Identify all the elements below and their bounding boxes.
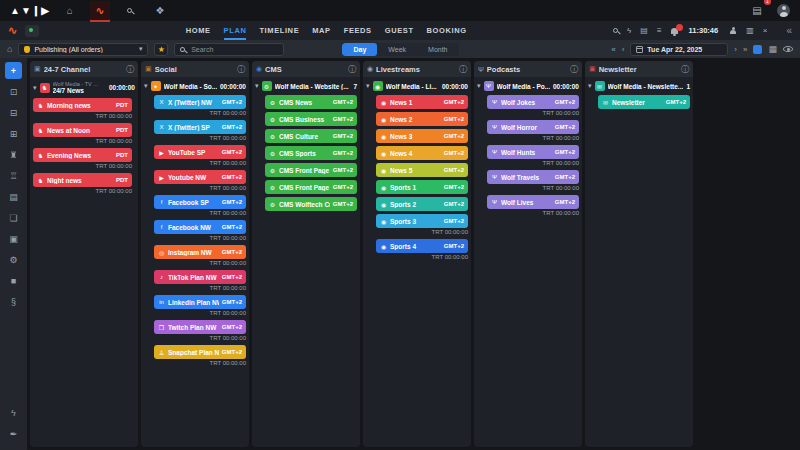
group-header[interactable]: ▾ ◉ Wolf Media - Li... 00:00:00 [363, 77, 471, 94]
info-icon[interactable]: ⓘ [237, 64, 245, 75]
nav-item-booking[interactable]: BOOKING [427, 22, 467, 40]
schedule-card[interactable]: ◉News 2GMT+2 [376, 112, 468, 126]
schedule-card[interactable]: XX (Twitter) SPGMT+2 [154, 120, 246, 134]
status-button[interactable] [25, 25, 39, 37]
chevron-down-icon[interactable]: ▾ [33, 84, 37, 92]
schedule-card[interactable]: ⚙CMS Front Page ...GMT+2 [265, 180, 357, 194]
inbox-button[interactable]: ▤ 1 [747, 1, 767, 21]
schedule-card[interactable]: ♞News at NoonPDT [33, 123, 132, 137]
schedule-card[interactable]: ▶Youtube NWGMT+2 [154, 170, 246, 184]
add-user-icon[interactable] [729, 27, 737, 35]
group-header[interactable]: ▾ ✦ Wolf Media - So... 00:00:00 [141, 77, 249, 94]
schedule-card[interactable]: XX (Twitter) NWGMT+2 [154, 95, 246, 109]
schedule-card[interactable]: ⚙CMS SportsGMT+2 [265, 146, 357, 160]
info-icon[interactable]: ⓘ [570, 64, 578, 75]
schedule-card[interactable]: ΨWolf TravelsGMT+2 [487, 170, 579, 184]
prev-day-button[interactable]: ‹ [622, 45, 625, 54]
schedule-card[interactable]: ΨWolf LivesGMT+2 [487, 195, 579, 209]
nav-item-plan[interactable]: PLAN [224, 22, 247, 40]
last-day-button[interactable]: » [743, 45, 747, 54]
first-day-button[interactable]: « [611, 45, 615, 54]
schedule-card[interactable]: ◉News 3GMT+2 [376, 129, 468, 143]
chevron-down-icon[interactable]: ▾ [588, 82, 592, 90]
schedule-card[interactable]: ΨWolf HuntsGMT+2 [487, 145, 579, 159]
schedule-card[interactable]: ❒Twitch Plan NWGMT+2 [154, 320, 246, 334]
group-header[interactable]: ▾ Ψ Wolf Media - Po... 00:00:00 [474, 77, 582, 94]
schedule-card[interactable]: ♞Morning newsPDT [33, 98, 132, 112]
monitor-icon[interactable]: ⊟ [5, 104, 22, 121]
search-tab[interactable] [120, 1, 140, 21]
group-header[interactable]: ▾ ⚙ Wolf Media - Website (... 7 [252, 77, 360, 94]
nav-item-feeds[interactable]: FEEDS [344, 22, 372, 40]
avatar[interactable] [777, 4, 790, 17]
next-day-button[interactable]: › [734, 45, 737, 54]
schedule-card[interactable]: ⚙CMS BusinessGMT+2 [265, 112, 357, 126]
search-icon[interactable] [613, 28, 618, 33]
schedule-card[interactable]: ◉Sports 1GMT+2 [376, 180, 468, 194]
image-icon[interactable]: ▤ [640, 26, 648, 35]
schedule-card[interactable]: ⚙CMS CultureGMT+2 [265, 129, 357, 143]
date-picker[interactable]: Tue Apr 22, 2025 [630, 43, 728, 56]
chevron-down-icon[interactable]: ▾ [255, 82, 259, 90]
pin-icon[interactable]: ✒ [5, 425, 22, 442]
nav-item-map[interactable]: MAP [312, 22, 330, 40]
collapse-panel-icon[interactable]: « [786, 25, 792, 36]
info-icon[interactable]: ⓘ [459, 64, 467, 75]
favorite-button[interactable]: ★ [154, 43, 168, 56]
view-button-day[interactable]: Day [342, 43, 377, 56]
group-header[interactable]: ▾ ✉ Wolf Media - Newslette... 1 [585, 77, 693, 94]
schedule-card[interactable]: fFacebook NWGMT+2 [154, 220, 246, 234]
schedule-card[interactable]: ◉Sports 3GMT+2 [376, 214, 468, 228]
chevron-down-icon[interactable]: ▾ [144, 82, 148, 90]
schedule-card[interactable]: ⚙CMS Wolftech Cu...GMT+2 [265, 197, 357, 211]
search-input[interactable] [189, 45, 278, 54]
lightning-icon[interactable]: ϟ [5, 404, 22, 421]
home-icon[interactable]: ⌂ [7, 44, 12, 54]
bell-icon[interactable] [671, 28, 678, 34]
media-folder-icon[interactable]: ❏ [5, 209, 22, 226]
lightning-icon[interactable]: ϟ [627, 26, 631, 35]
info-icon[interactable]: ⓘ [681, 64, 689, 75]
publishing-filter-dropdown[interactable]: Publishing (All orders) ▾ [18, 43, 148, 56]
info-icon[interactable]: ⓘ [126, 64, 134, 75]
schedule-card[interactable]: ΨWolf HorrorGMT+2 [487, 120, 579, 134]
chevron-down-icon[interactable]: ▾ [366, 82, 370, 90]
schedule-card[interactable]: ◎Instagram NWGMT+2 [154, 245, 246, 259]
schedule-card[interactable]: inLinkedin Plan NWGMT+2 [154, 295, 246, 309]
schedule-card[interactable]: ✉NewsletterGMT+2 [598, 95, 690, 109]
schedule-card[interactable]: ⚙CMS Front Page ...GMT+2 [265, 163, 357, 177]
screen-export-icon[interactable]: ⊞ [5, 125, 22, 142]
stop-icon[interactable]: ■ [5, 272, 22, 289]
chevron-down-icon[interactable]: ▾ [477, 82, 481, 90]
factory-icon[interactable]: ♜ [5, 146, 22, 163]
close-icon[interactable]: × [763, 26, 768, 35]
view-button-week[interactable]: Week [377, 43, 417, 56]
schedule-card[interactable]: ♪TikTok Plan NWGMT+2 [154, 270, 246, 284]
schedule-card[interactable]: ◉News 1GMT+2 [376, 95, 468, 109]
nav-item-guest[interactable]: GUEST [385, 22, 414, 40]
schedule-card[interactable]: ΨWolf JokesGMT+2 [487, 95, 579, 109]
settings-icon[interactable]: ⚙ [5, 251, 22, 268]
schedule-card[interactable]: ◉News 5GMT+2 [376, 163, 468, 177]
card-view-button[interactable] [753, 45, 762, 54]
schedule-card[interactable]: ⚙CMS NewsGMT+2 [265, 95, 357, 109]
schedule-card[interactable]: ▶YouTube SPGMT+2 [154, 145, 246, 159]
view-button-month[interactable]: Month [417, 43, 458, 56]
nav-item-timeline[interactable]: TIMELINE [259, 22, 299, 40]
mediacentral-tab[interactable]: ∿ [90, 1, 110, 21]
schedule-card[interactable]: ◉Sports 2GMT+2 [376, 197, 468, 211]
paperclip-icon[interactable]: § [5, 293, 22, 310]
camera-icon[interactable]: ▣ [5, 230, 22, 247]
apps-tab[interactable]: ❖ [150, 1, 170, 21]
schedule-card[interactable]: ♞Night newsPDT [33, 173, 132, 187]
add-button[interactable]: + [5, 62, 22, 79]
group-header[interactable]: ▾ ♞ Wolf Media - TV ... 24/7 News 00:00:… [30, 77, 138, 97]
list-icon[interactable]: ≡ [657, 26, 662, 35]
building-outline-icon[interactable]: ♖ [5, 167, 22, 184]
schedule-card[interactable]: ♙Snapchat Plan NWGMT+2 [154, 345, 246, 359]
schedule-card[interactable]: fFacebook SPGMT+2 [154, 195, 246, 209]
home-tab[interactable]: ⌂ [60, 1, 80, 21]
document-icon[interactable]: ▤ [5, 188, 22, 205]
nav-item-home[interactable]: HOME [186, 22, 211, 40]
schedule-card[interactable]: ◉Sports 4GMT+2 [376, 239, 468, 253]
